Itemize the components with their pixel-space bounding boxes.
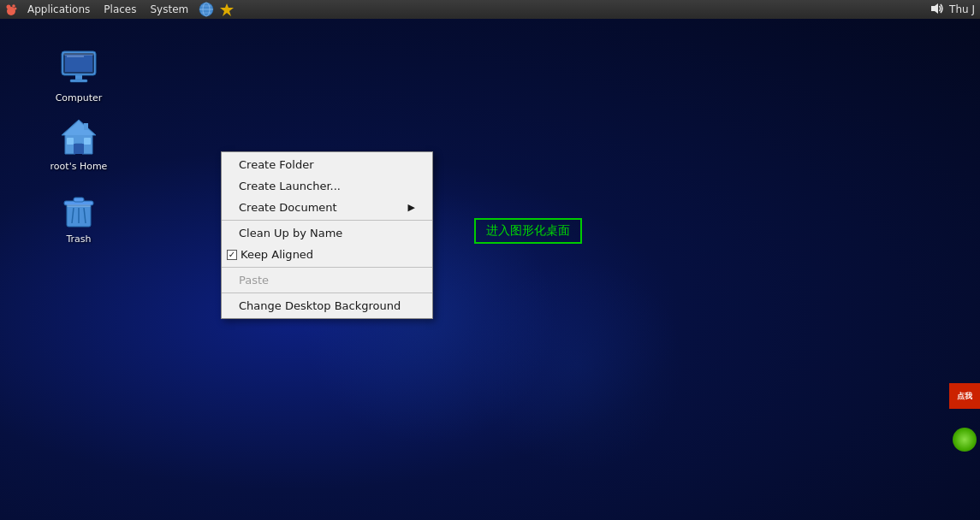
bookmark-icon[interactable] [217,0,236,19]
home-icon-label: root's Home [50,161,108,173]
menu-item-create-launcher[interactable]: Create Launcher... [222,175,432,197]
corner-widget[interactable]: 点我 [946,383,980,452]
menu-item-paste: Paste [222,269,432,291]
top-panel: Applications Places System [0,0,980,19]
network-icon[interactable] [197,0,216,19]
svg-rect-16 [70,80,87,82]
svg-marker-10 [931,3,938,14]
corner-green-dot [953,428,977,452]
computer-icon-label: Computer [56,92,103,104]
svg-rect-17 [63,53,94,56]
computer-icon [58,48,99,89]
corner-red-label: 点我 [949,383,980,409]
trash-icon-label: Trash [66,233,91,245]
panel-left: Applications Places System [0,0,236,19]
desktop: Computer root's Home [0,19,980,520]
system-menu[interactable]: System [143,0,195,19]
svg-rect-21 [67,138,74,145]
desktop-icon-home[interactable]: root's Home [45,113,113,176]
svg-rect-23 [84,123,88,130]
desktop-icon-trash[interactable]: Trash [45,186,113,249]
gnome-foot-icon[interactable] [2,0,21,19]
svg-marker-9 [220,3,234,16]
menu-item-clean-up[interactable]: Clean Up by Name [222,222,432,244]
svg-rect-30 [67,204,91,207]
menu-separator-3 [222,292,432,293]
svg-point-1 [7,5,11,9]
panel-right: Thu J [930,0,980,19]
menu-item-keep-aligned[interactable]: ✓ Keep Aligned [222,244,432,265]
gui-desktop-button[interactable]: 进入图形化桌面 [474,218,582,244]
menu-item-create-document[interactable]: Create Document ▶ [222,197,432,218]
svg-point-2 [12,4,15,8]
menu-separator-2 [222,267,432,268]
svg-rect-20 [74,144,84,154]
svg-rect-26 [74,198,84,202]
svg-point-3 [15,8,17,10]
menu-item-change-background[interactable]: Change Desktop Background [222,295,432,316]
context-menu: Create Folder Create Launcher... Create … [221,151,433,319]
menu-separator-1 [222,220,432,221]
trash-icon [58,189,99,230]
keep-aligned-checkbox: ✓ [227,250,237,260]
menu-item-create-folder[interactable]: Create Folder [222,154,432,175]
places-menu[interactable]: Places [97,0,143,19]
applications-menu[interactable]: Applications [21,0,97,19]
clock: Thu J [949,3,975,15]
svg-rect-22 [84,138,91,145]
volume-icon[interactable] [930,2,944,18]
desktop-icon-computer[interactable]: Computer [45,44,113,108]
submenu-arrow-icon: ▶ [408,202,415,213]
svg-marker-19 [63,121,94,135]
svg-rect-14 [67,56,84,57]
home-icon [58,116,99,157]
